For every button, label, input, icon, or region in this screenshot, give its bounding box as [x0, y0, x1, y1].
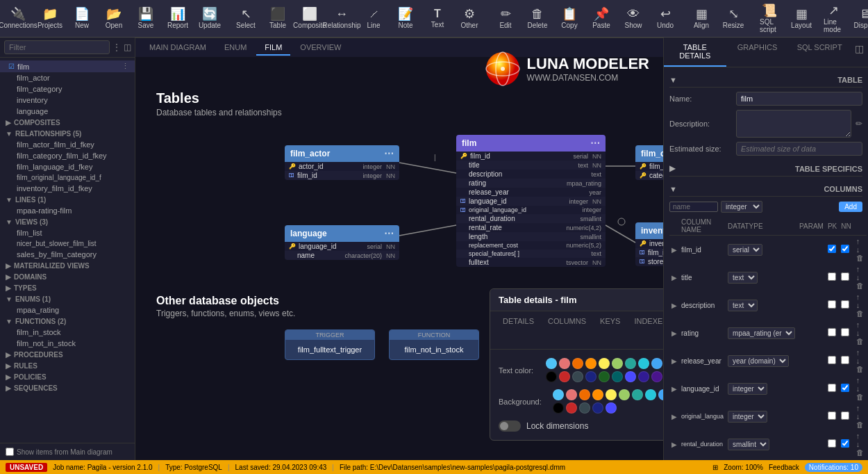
swatch[interactable] [638, 358, 649, 369]
column-row[interactable]: ▶ original_langua integer ↑ ↓ 🗑 [669, 402, 867, 430]
column-row[interactable]: ▶ title text ↑ ↓ 🗑 [669, 263, 867, 291]
tree-item-view-2[interactable]: nicer_but_slower_film_list ⋮ [0, 238, 135, 249]
toolbar-update[interactable]: 🔄 Update [194, 5, 225, 32]
show-items-checkbox[interactable] [6, 448, 14, 456]
toolbar-line-mode[interactable]: ↗ Line mode [818, 1, 849, 36]
specifics-section-header[interactable]: ▶ TABLE SPECIFICS [669, 161, 862, 177]
sidebar-collapse-icon[interactable]: ◫ [124, 42, 131, 52]
desc-textarea[interactable] [736, 110, 851, 138]
toolbar-select[interactable]: ↖ Select [231, 5, 261, 32]
ftab-keys[interactable]: KEYS [593, 311, 627, 349]
size-input[interactable] [736, 142, 862, 156]
pk-checkbox[interactable] [828, 439, 836, 448]
column-row[interactable]: ▶ film_id serial ↑ ↓ 🗑 [669, 236, 867, 264]
tree-item-view-3[interactable]: sales_by_film_category ⋮ [0, 249, 135, 260]
section-views[interactable]: ▼ VIEWS (3) [0, 216, 135, 227]
col-delete-icon[interactable]: 🗑 [856, 365, 865, 373]
swatch[interactable] [645, 389, 656, 400]
nn-checkbox[interactable] [841, 384, 849, 392]
swatch[interactable] [585, 358, 596, 369]
table-row[interactable]: rating mpaa_rating [456, 179, 606, 188]
toolbar-new[interactable]: 📄 New [67, 5, 97, 32]
section-sequences[interactable]: ▶ SEQUENCES [0, 382, 135, 393]
swatch[interactable] [572, 371, 583, 382]
table-language[interactable]: language ⋯ 🔑 language_id serial NN name … [285, 225, 399, 260]
col-move-down-icon[interactable]: ↓ [856, 440, 861, 448]
col-delete-icon[interactable]: 🗑 [856, 393, 865, 401]
rtab-sql-script[interactable]: SQL SCRIPT [788, 38, 851, 67]
pk-checkbox[interactable] [828, 272, 836, 281]
toolbar-display[interactable]: 🖥 Display [850, 5, 868, 32]
swatch[interactable] [566, 402, 577, 414]
swatch[interactable] [599, 358, 610, 369]
toolbar-other[interactable]: ⚙ Other [454, 5, 485, 32]
table-section-header[interactable]: ▼ TABLE [669, 73, 862, 88]
function-card[interactable]: FUNCTION film_not_in_stock [389, 329, 479, 360]
tree-item-line-1[interactable]: mpaa-rating-film ⋮ [0, 205, 135, 216]
swatch[interactable] [612, 371, 623, 382]
section-lines[interactable]: ▼ LINES (1) [0, 194, 135, 205]
column-row[interactable]: ▶ rental_duration smallint ↑ ↓ 🗑 [669, 430, 867, 458]
swatch[interactable] [625, 358, 636, 369]
swatch[interactable] [651, 358, 662, 369]
section-types[interactable]: ▶ TYPES [0, 282, 135, 293]
col-move-up-icon[interactable]: ↑ [856, 320, 861, 329]
col-datatype-select[interactable]: text [728, 300, 758, 311]
pk-checkbox[interactable] [828, 384, 836, 392]
toolbar-edit[interactable]: ✏ Edit [490, 5, 521, 32]
table-row[interactable]: rental_duration smallint [456, 214, 606, 223]
swatch[interactable] [566, 389, 577, 400]
col-move-up-icon[interactable]: ↑ [856, 404, 861, 412]
col-datatype-select[interactable]: year (domain) [728, 355, 789, 367]
tree-item-func-1[interactable]: film_in_stock ⋮ [0, 327, 135, 338]
nn-checkbox[interactable] [841, 328, 849, 336]
new-col-datatype-select[interactable]: integer text serial smallint [721, 201, 762, 213]
table-row[interactable]: length smallint [456, 232, 606, 241]
section-mat-views[interactable]: ▶ MATERIALIZED VIEWS [0, 260, 135, 271]
swatch[interactable] [658, 389, 663, 400]
section-policies[interactable]: ▶ POLICIES [0, 371, 135, 382]
table-row[interactable]: ⚿ original_language_id integer [456, 206, 606, 214]
swatch[interactable] [585, 371, 596, 382]
swatch[interactable] [592, 402, 603, 414]
swatch[interactable] [632, 389, 643, 400]
table-row[interactable]: ⚿ store_id integer NN [635, 257, 663, 266]
col-move-down-icon[interactable]: ↓ [856, 301, 861, 309]
tree-item-enum-1[interactable]: mpaa_rating ⋮ [0, 304, 135, 316]
swatch[interactable] [612, 358, 623, 369]
btab-overview[interactable]: OVERVIEW [292, 40, 349, 56]
pk-checkbox[interactable] [828, 356, 836, 364]
col-move-down-icon[interactable]: ↓ [856, 384, 861, 393]
column-row[interactable]: ▶ release_year year (domain) ↑ ↓ 🗑 [669, 347, 867, 375]
trigger-card[interactable]: TRIGGER film_fulltext_trigger [285, 329, 375, 360]
table-row[interactable]: 🔑 category_id integer NN [635, 171, 663, 180]
ftab-indexes[interactable]: INDEXES [627, 311, 663, 349]
nn-checkbox[interactable] [841, 272, 849, 281]
table-row[interactable]: rental_rate numeric(4,2) [456, 223, 606, 232]
rtab-table-details[interactable]: TABLE DETAILS [664, 38, 726, 67]
tree-item-view-1[interactable]: film_list ⋮ [0, 227, 135, 238]
col-move-down-icon[interactable]: ↓ [856, 329, 861, 337]
col-delete-icon[interactable]: 🗑 [856, 281, 865, 290]
col-delete-icon[interactable]: 🗑 [856, 337, 865, 345]
table-row[interactable]: ⚿ language_id integer NN [456, 197, 606, 206]
pk-checkbox[interactable] [828, 300, 836, 309]
toolbar-copy[interactable]: 📋 Copy [554, 5, 585, 32]
toolbar-align[interactable]: ▦ Align [686, 5, 717, 32]
swatch[interactable] [553, 402, 564, 414]
swatch[interactable] [579, 389, 590, 400]
tree-item-dots[interactable]: ⋮ [122, 62, 129, 71]
pk-checkbox[interactable] [828, 245, 836, 253]
col-move-down-icon[interactable]: ↓ [856, 273, 861, 281]
tree-item-rel-5[interactable]: inventory_film_id_fkey ⋮ [0, 183, 135, 194]
tree-item-film-category[interactable]: film_category ⋮ [0, 83, 135, 95]
tree-item-rel-1[interactable]: film_actor_film_id_fkey ⋮ [0, 139, 135, 150]
swatch[interactable] [638, 371, 649, 382]
pk-checkbox[interactable] [828, 411, 836, 420]
toolbar-table[interactable]: ⬛ Table [262, 5, 293, 32]
add-col-button[interactable]: Add [839, 202, 862, 212]
table-film[interactable]: film ⋯ 🔑 film_id serial NN title text NN… [456, 135, 606, 267]
swatch[interactable] [592, 389, 603, 400]
table-row[interactable]: 🔑 language_id serial NN [285, 242, 399, 251]
expand-icon[interactable]: ▶ [671, 246, 677, 254]
